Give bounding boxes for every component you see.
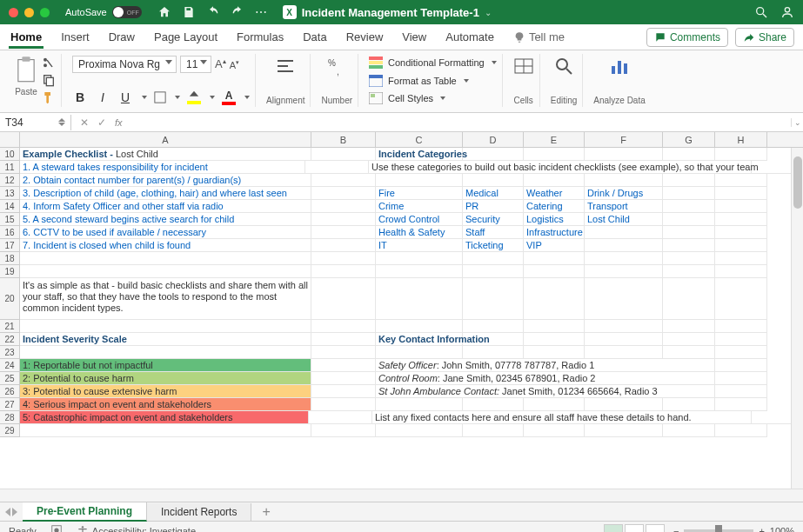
sheet-tab-pre-event[interactable]: Pre-Event Planning: [23, 502, 147, 522]
fill-color-button[interactable]: [187, 90, 201, 104]
cell[interactable]: [585, 346, 663, 359]
cell[interactable]: [463, 424, 524, 437]
row-header[interactable]: 12: [0, 174, 20, 187]
cell[interactable]: [311, 174, 376, 187]
chevron-down-icon[interactable]: ⌄: [485, 8, 492, 17]
search-icon[interactable]: [754, 5, 768, 19]
page-layout-view-button[interactable]: [625, 524, 644, 533]
cell[interactable]: [663, 333, 715, 346]
cell[interactable]: 7. Incident is closed when child is foun…: [20, 239, 311, 252]
cell[interactable]: [376, 265, 463, 278]
row-header[interactable]: 22: [0, 333, 20, 346]
cell[interactable]: [524, 424, 585, 437]
paste-button[interactable]: Paste: [14, 56, 38, 96]
cell[interactable]: [311, 200, 376, 213]
row-header[interactable]: 11: [0, 161, 20, 174]
namebox-stepper[interactable]: [58, 118, 65, 126]
cell[interactable]: [20, 346, 311, 359]
worksheet-grid[interactable]: A B C D E F G H 10Example Checklist - Lo…: [0, 132, 803, 489]
cell[interactable]: [715, 148, 767, 161]
cell[interactable]: Control Room: Jane Smith, 02345 678901, …: [376, 372, 715, 385]
cell[interactable]: [585, 424, 663, 437]
cell[interactable]: 3: Potential to cause extensive harm: [20, 385, 311, 398]
cell[interactable]: [20, 265, 311, 278]
cell[interactable]: [311, 239, 376, 252]
accessibility-status[interactable]: Accessibility: Investigate: [77, 525, 196, 533]
cell[interactable]: 1: Reportable but not impactful: [20, 359, 311, 372]
cell[interactable]: [715, 346, 767, 359]
cell[interactable]: [376, 398, 463, 411]
cell[interactable]: [20, 320, 311, 333]
sheet-tab-incident-reports[interactable]: Incident Reports: [147, 503, 251, 521]
cell[interactable]: [463, 265, 524, 278]
cell[interactable]: [715, 385, 767, 398]
cell[interactable]: [585, 239, 663, 252]
zoom-level[interactable]: 100%: [770, 526, 794, 533]
editing-icon[interactable]: [553, 56, 574, 76]
underline-dropdown[interactable]: [142, 96, 147, 99]
cell[interactable]: Fire: [376, 187, 463, 200]
cell[interactable]: [585, 148, 663, 161]
cut-icon[interactable]: [42, 56, 56, 70]
format-painter-icon[interactable]: [42, 90, 56, 104]
cell[interactable]: Infrastructure: [524, 226, 585, 239]
cell[interactable]: Medical: [463, 187, 524, 200]
cell-styles-button[interactable]: Cell Styles: [369, 91, 445, 105]
tab-review[interactable]: Review: [345, 25, 385, 49]
cell[interactable]: Key Contact Information: [376, 333, 463, 346]
formula-input[interactable]: [131, 113, 791, 131]
cell[interactable]: [20, 424, 311, 437]
cell[interactable]: [663, 424, 715, 437]
name-box[interactable]: T34: [0, 115, 71, 130]
decrease-font-icon[interactable]: A▾: [230, 59, 239, 70]
col-header-G[interactable]: G: [663, 132, 715, 147]
cell[interactable]: [463, 278, 524, 320]
conditional-formatting-button[interactable]: Conditional Formatting: [369, 56, 497, 70]
cell[interactable]: VIP: [524, 239, 585, 252]
home-icon[interactable]: [157, 5, 171, 19]
cell[interactable]: [376, 252, 463, 265]
cell[interactable]: Staff: [463, 226, 524, 239]
cell[interactable]: [311, 252, 376, 265]
row-header[interactable]: 29: [0, 424, 20, 437]
cell[interactable]: Incident Categories: [376, 148, 463, 161]
cell[interactable]: [663, 346, 715, 359]
number-format-icon[interactable]: %,: [326, 56, 347, 76]
col-header-H[interactable]: H: [715, 132, 767, 147]
cell[interactable]: [663, 252, 715, 265]
cell[interactable]: [585, 333, 663, 346]
cell[interactable]: [311, 265, 376, 278]
account-icon[interactable]: [780, 5, 794, 19]
row-header[interactable]: 23: [0, 346, 20, 359]
cell[interactable]: [663, 226, 715, 239]
zoom-out-button[interactable]: −: [673, 526, 679, 533]
cell[interactable]: [663, 187, 715, 200]
col-header-B[interactable]: B: [311, 132, 376, 147]
minimize-window-button[interactable]: [24, 8, 34, 17]
tell-me[interactable]: Tell me: [512, 25, 566, 49]
cell[interactable]: 5. A second steward begins active search…: [20, 213, 311, 226]
row-header[interactable]: 25: [0, 372, 20, 385]
row-header[interactable]: 21: [0, 320, 20, 333]
cell[interactable]: Safety Officer: John Smith, 07778 787787…: [376, 359, 715, 372]
row-header[interactable]: 20: [0, 278, 20, 320]
cell[interactable]: [524, 265, 585, 278]
format-as-table-button[interactable]: Format as Table: [369, 74, 469, 88]
cell[interactable]: [524, 252, 585, 265]
cell[interactable]: [376, 346, 463, 359]
tab-insert[interactable]: Insert: [59, 25, 91, 49]
cell[interactable]: 5: Catastrophic impact on event and stak…: [20, 411, 309, 424]
row-header[interactable]: 10: [0, 148, 20, 161]
cell[interactable]: Catering: [524, 200, 585, 213]
row-header[interactable]: 13: [0, 187, 20, 200]
cell[interactable]: [663, 148, 715, 161]
cell[interactable]: [463, 320, 524, 333]
cell[interactable]: Ticketing: [463, 239, 524, 252]
fx-icon[interactable]: fx: [115, 117, 123, 128]
comments-button[interactable]: Comments: [646, 28, 728, 47]
cell[interactable]: Use these categories to build out basic …: [369, 161, 752, 174]
cell[interactable]: [715, 187, 767, 200]
cell[interactable]: 6. CCTV to be used if available / necess…: [20, 226, 311, 239]
underline-button[interactable]: U: [117, 90, 133, 104]
cell[interactable]: [463, 174, 524, 187]
